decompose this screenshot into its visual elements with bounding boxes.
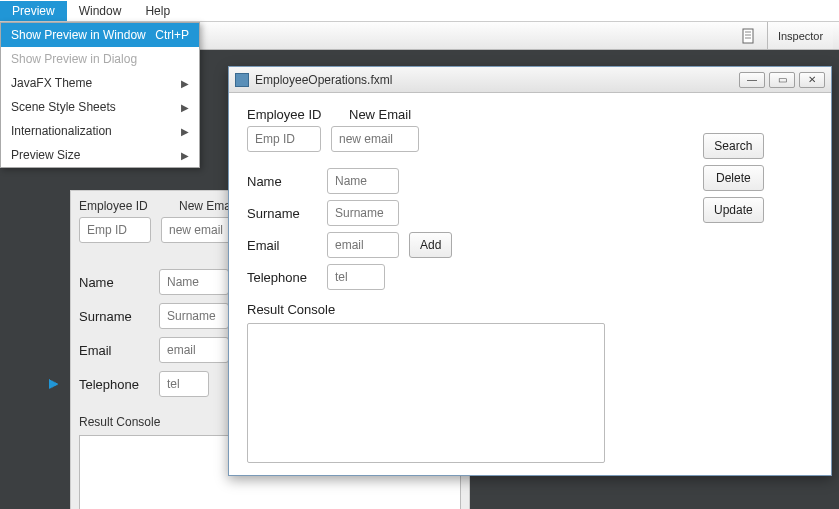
form-body: Employee ID New Email Name Surname Email… (229, 93, 831, 477)
surname-input[interactable] (327, 200, 399, 226)
pointer-icon: ⯈ (48, 378, 60, 392)
menu-item-shortcut: Ctrl+P (155, 28, 189, 42)
label-name: Name (247, 174, 317, 189)
label-employee-id: Employee ID (79, 199, 161, 213)
menu-show-preview-window[interactable]: Show Preview in Window Ctrl+P (1, 23, 199, 47)
menu-show-preview-dialog: Show Preview in Dialog (1, 47, 199, 71)
telephone-input[interactable] (327, 264, 385, 290)
menu-item-label: Show Preview in Window (11, 28, 146, 42)
preview-window: EmployeeOperations.fxml — ▭ ✕ Employee I… (228, 66, 832, 476)
telephone-input[interactable] (159, 371, 209, 397)
label-new-email: New Email (349, 107, 411, 122)
menu-window[interactable]: Window (67, 1, 134, 21)
chevron-right-icon: ▶ (181, 126, 189, 137)
result-console[interactable] (247, 323, 605, 463)
maximize-button[interactable]: ▭ (769, 72, 795, 88)
menu-item-label: JavaFX Theme (11, 76, 92, 90)
email-input[interactable] (327, 232, 399, 258)
close-button[interactable]: ✕ (799, 72, 825, 88)
chevron-right-icon: ▶ (181, 102, 189, 113)
menu-help[interactable]: Help (133, 1, 182, 21)
chevron-right-icon: ▶ (181, 150, 189, 161)
menu-item-label: Show Preview in Dialog (11, 52, 137, 66)
delete-button[interactable]: Delete (703, 165, 764, 191)
label-surname: Surname (247, 206, 317, 221)
surname-input[interactable] (159, 303, 229, 329)
window-icon (235, 73, 249, 87)
document-icon[interactable] (741, 28, 757, 44)
label-email: Email (247, 238, 317, 253)
label-name: Name (79, 275, 149, 290)
label-surname: Surname (79, 309, 149, 324)
window-controls: — ▭ ✕ (739, 72, 825, 88)
window-title: EmployeeOperations.fxml (255, 73, 739, 87)
menu-preview-size[interactable]: Preview Size ▶ (1, 143, 199, 167)
window-titlebar[interactable]: EmployeeOperations.fxml — ▭ ✕ (229, 67, 831, 93)
menubar: Preview Window Help (0, 0, 839, 22)
menu-internationalization[interactable]: Internationalization ▶ (1, 119, 199, 143)
menu-preview[interactable]: Preview (0, 1, 67, 21)
employee-id-input[interactable] (247, 126, 321, 152)
menu-item-label: Internationalization (11, 124, 112, 138)
menu-item-label: Preview Size (11, 148, 80, 162)
add-button[interactable]: Add (409, 232, 452, 258)
label-email: Email (79, 343, 149, 358)
new-email-input[interactable] (331, 126, 419, 152)
update-button[interactable]: Update (703, 197, 764, 223)
label-employee-id: Employee ID (247, 107, 335, 122)
email-input[interactable] (159, 337, 229, 363)
label-result-console: Result Console (247, 302, 813, 317)
menu-scene-style-sheets[interactable]: Scene Style Sheets ▶ (1, 95, 199, 119)
search-button[interactable]: Search (703, 133, 764, 159)
preview-dropdown: Show Preview in Window Ctrl+P Show Previ… (0, 22, 200, 168)
minimize-button[interactable]: — (739, 72, 765, 88)
employee-id-input[interactable] (79, 217, 151, 243)
menu-javafx-theme[interactable]: JavaFX Theme ▶ (1, 71, 199, 95)
svg-rect-0 (743, 29, 753, 43)
chevron-right-icon: ▶ (181, 78, 189, 89)
menu-item-label: Scene Style Sheets (11, 100, 116, 114)
label-telephone: Telephone (247, 270, 317, 285)
label-telephone: Telephone (79, 377, 149, 392)
name-input[interactable] (159, 269, 229, 295)
action-buttons: Search Delete Update (703, 133, 764, 223)
inspector-panel[interactable]: Inspector (767, 22, 833, 49)
name-input[interactable] (327, 168, 399, 194)
